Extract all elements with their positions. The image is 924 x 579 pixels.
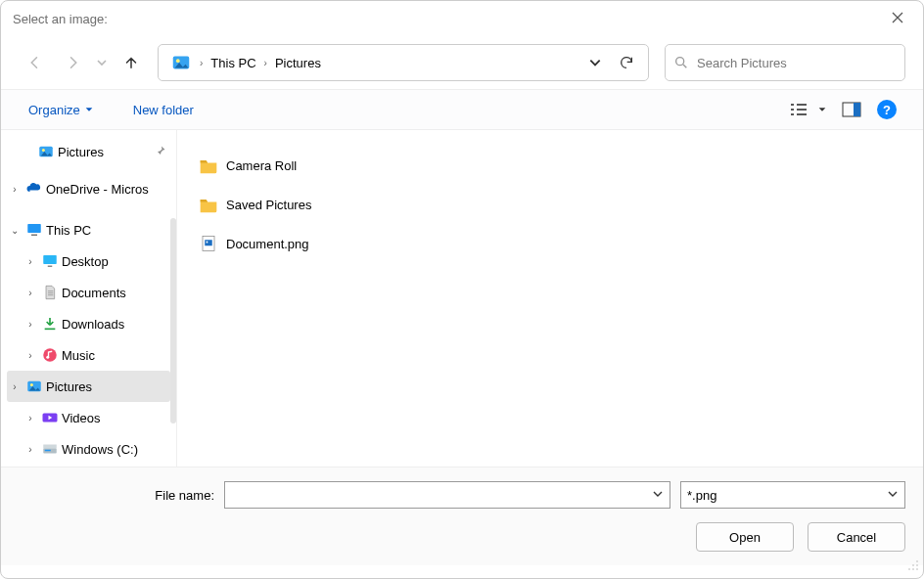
svg-point-2 — [676, 58, 684, 66]
resize-grip-icon[interactable] — [905, 557, 919, 574]
file-name: Document.png — [226, 237, 309, 251]
nav-recent-dropdown[interactable] — [93, 46, 111, 79]
filename-input[interactable] — [224, 481, 670, 509]
svg-point-22 — [916, 560, 918, 562]
view-list-icon[interactable] — [784, 95, 813, 124]
file-type-filter[interactable]: *.png — [680, 481, 905, 509]
svg-point-24 — [916, 564, 918, 566]
sidebar-item-label: This PC — [46, 223, 91, 238]
sidebar-item-label: OneDrive - Micros — [46, 182, 149, 197]
pin-icon — [155, 145, 166, 159]
downloads-icon — [40, 315, 60, 333]
address-bar[interactable]: › This PC › Pictures — [158, 44, 649, 81]
svg-rect-8 — [31, 235, 37, 237]
sidebar-item-label: Videos — [62, 411, 101, 425]
navigation-tree[interactable]: Pictures › OneDrive - Micros ⌄ This PC — [1, 130, 177, 467]
preview-pane-icon[interactable] — [837, 95, 866, 124]
sidebar-item-music[interactable]: › Music — [1, 339, 176, 371]
filter-value: *.png — [687, 488, 716, 503]
svg-point-6 — [42, 149, 45, 152]
chevron-right-icon[interactable]: › — [7, 184, 23, 195]
videos-icon — [40, 409, 60, 426]
file-list[interactable]: Camera Roll Saved Pictures Document.png — [177, 130, 923, 467]
pictures-icon — [24, 378, 44, 395]
sidebar-item-label: Downloads — [62, 317, 124, 332]
svg-point-11 — [43, 348, 57, 362]
desktop-icon — [40, 252, 60, 270]
breadcrumb-sep-icon: › — [198, 58, 205, 68]
sidebar-item-downloads[interactable]: › Downloads — [1, 308, 176, 339]
search-icon — [673, 55, 689, 70]
refresh-icon[interactable] — [611, 55, 642, 70]
close-icon[interactable] — [884, 4, 911, 33]
sidebar-item-videos[interactable]: › Videos — [1, 402, 176, 433]
sidebar-item-pictures[interactable]: › Pictures — [7, 371, 170, 402]
sidebar-item-cdrive[interactable]: › Windows (C:) — [1, 433, 176, 465]
sidebar-item-label: Documents — [62, 286, 126, 300]
svg-point-14 — [30, 383, 33, 386]
sidebar-item-label: Pictures — [58, 145, 104, 159]
breadcrumb-root[interactable]: This PC — [205, 56, 261, 70]
chevron-right-icon[interactable]: › — [23, 288, 38, 298]
sidebar-item-label: Pictures — [46, 379, 92, 394]
file-name: Saved Pictures — [226, 198, 311, 212]
sidebar-scrollbar[interactable] — [170, 218, 176, 423]
open-button[interactable]: Open — [696, 522, 794, 552]
nav-forward-button[interactable] — [56, 46, 89, 79]
folder-item[interactable]: Saved Pictures — [199, 185, 901, 224]
organize-button[interactable]: Organize — [23, 99, 100, 121]
svg-rect-9 — [43, 255, 57, 264]
chevron-down-icon[interactable]: ⌄ — [7, 225, 23, 236]
nav-up-button[interactable] — [115, 46, 148, 79]
file-name: Camera Roll — [226, 158, 297, 173]
chevron-right-icon[interactable]: › — [23, 444, 38, 455]
sidebar-item-label: Desktop — [62, 254, 109, 269]
chevron-right-icon[interactable]: › — [7, 381, 23, 392]
search-placeholder: Search Pictures — [697, 56, 787, 70]
help-icon[interactable]: ? — [872, 95, 901, 124]
svg-point-25 — [908, 568, 910, 570]
chevron-down-icon[interactable] — [646, 488, 664, 502]
breadcrumb-folder[interactable]: Pictures — [269, 56, 327, 70]
image-file-icon — [199, 234, 218, 253]
sidebar-item-label: Windows (C:) — [62, 442, 138, 457]
sidebar-item-pictures-quick[interactable]: Pictures — [1, 136, 176, 167]
chevron-right-icon[interactable]: › — [23, 350, 38, 361]
nav-back-button[interactable] — [19, 46, 52, 79]
chevron-right-icon[interactable]: › — [23, 413, 38, 423]
folder-item[interactable]: Camera Roll — [199, 146, 901, 185]
sidebar-item-label: Music — [62, 348, 95, 363]
onedrive-icon — [24, 180, 44, 198]
drive-icon — [40, 440, 60, 458]
svg-point-23 — [912, 564, 914, 566]
address-dropdown-icon[interactable] — [579, 56, 611, 69]
file-item[interactable]: Document.png — [199, 224, 901, 263]
svg-point-27 — [916, 568, 918, 570]
view-dropdown-icon[interactable] — [813, 95, 831, 124]
chevron-down-icon[interactable] — [881, 488, 899, 502]
new-folder-button[interactable]: New folder — [127, 99, 200, 121]
cancel-button[interactable]: Cancel — [808, 522, 905, 552]
sidebar-item-desktop[interactable]: › Desktop — [1, 245, 176, 277]
svg-rect-20 — [205, 240, 212, 245]
svg-point-12 — [46, 356, 49, 359]
breadcrumb-sep-icon: › — [262, 58, 269, 68]
svg-rect-7 — [27, 224, 41, 233]
breadcrumb-root-icon[interactable] — [164, 52, 198, 73]
svg-point-21 — [207, 242, 208, 244]
folder-icon — [199, 156, 218, 174]
sidebar-item-documents[interactable]: › Documents — [1, 277, 176, 308]
music-icon — [40, 346, 60, 364]
sidebar-item-onedrive[interactable]: › OneDrive - Micros — [1, 173, 176, 204]
svg-rect-18 — [45, 450, 51, 452]
svg-point-1 — [176, 59, 180, 63]
sidebar-item-thispc[interactable]: ⌄ This PC — [1, 214, 176, 245]
chevron-right-icon[interactable]: › — [23, 319, 38, 330]
filename-label: File name: — [19, 488, 214, 503]
search-input[interactable]: Search Pictures — [665, 44, 905, 81]
svg-rect-10 — [48, 266, 53, 268]
svg-point-26 — [912, 568, 914, 570]
dialog-title: Select an image: — [13, 12, 108, 26]
chevron-right-icon[interactable]: › — [23, 256, 38, 267]
svg-rect-17 — [43, 445, 57, 449]
